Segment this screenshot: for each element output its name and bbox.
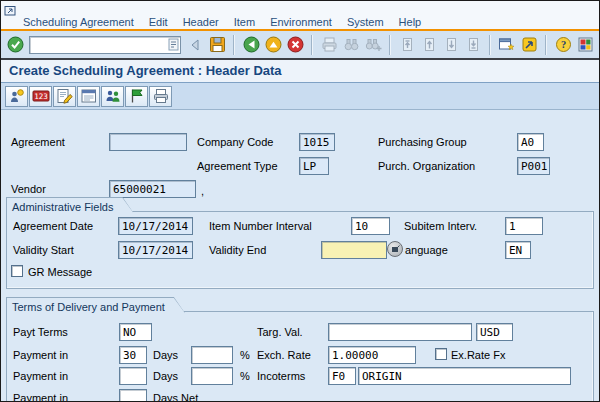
purch-organization-field[interactable]: P001 — [517, 157, 550, 175]
back-button[interactable] — [241, 34, 261, 55]
payt-terms-field[interactable]: NO — [119, 323, 152, 341]
menu-environment[interactable]: Environment — [270, 16, 332, 28]
next-page-button[interactable] — [441, 34, 461, 55]
enter-icon — [7, 36, 24, 53]
application-toolbar: 123 — [1, 83, 599, 110]
item-number-interval-field[interactable]: 10 — [351, 217, 390, 235]
exch-rate-label: Exch. Rate — [257, 349, 311, 361]
menu-help[interactable]: Help — [399, 16, 422, 28]
payment-percent-field-1[interactable] — [191, 346, 233, 364]
vendor-field[interactable]: 65000021 — [109, 180, 196, 198]
gr-message-checkbox[interactable] — [11, 265, 23, 277]
menu-item[interactable]: Item — [234, 16, 255, 28]
purchasing-group-field[interactable]: A0 — [517, 133, 544, 151]
subitem-interval-label: Subitem Interv. — [404, 220, 477, 232]
toolbar-separator — [545, 35, 547, 55]
previous-page-button[interactable] — [419, 34, 439, 55]
percent-sign-1: % — [240, 349, 250, 361]
cancel-icon — [287, 36, 304, 53]
overview-button[interactable] — [5, 86, 28, 107]
validity-start-field[interactable]: 10/17/2014 — [118, 241, 193, 259]
create-shortcut-button[interactable] — [519, 34, 539, 55]
first-page-button[interactable] — [397, 34, 417, 55]
menu-header[interactable]: Header — [183, 16, 219, 28]
menu-scheduling-agreement[interactable]: Scheduling Agreement — [23, 16, 134, 28]
main-area: Agreement Company Code 1015 Purchasing G… — [1, 110, 599, 402]
standard-toolbar: ? — [1, 31, 599, 58]
payment-days-field-2[interactable] — [119, 367, 147, 385]
validity-end-field[interactable] — [321, 241, 387, 259]
payment-in-label-1: Payment in — [13, 349, 68, 361]
language-label: anguage — [405, 244, 448, 256]
incoterms-code-field[interactable]: F0 — [328, 367, 356, 385]
help-icon: ? — [555, 36, 572, 53]
payt-terms-label: Payt Terms — [13, 326, 68, 338]
first-page-icon — [399, 36, 416, 53]
currency-field[interactable]: USD — [476, 323, 513, 341]
print-preview-icon — [152, 88, 170, 104]
print-preview-button[interactable] — [149, 86, 172, 107]
customize-layout-icon — [577, 36, 594, 53]
ex-rate-fx-checkbox[interactable] — [435, 348, 447, 360]
terms-section-tab: Terms of Delivery and Payment — [6, 297, 185, 313]
cancel-button[interactable] — [285, 34, 305, 55]
agreement-field[interactable] — [109, 133, 187, 151]
print-icon — [321, 36, 338, 53]
agreement-date-field[interactable]: 10/17/2014 — [118, 217, 193, 235]
customize-layout-button[interactable] — [575, 34, 595, 55]
new-session-button[interactable] — [497, 34, 517, 55]
agreement-date-label: Agreement Date — [13, 220, 93, 232]
last-page-icon — [465, 36, 482, 53]
targ-val-field[interactable] — [328, 323, 472, 341]
text-overview-icon — [80, 88, 98, 104]
payment-percent-field-2[interactable] — [191, 367, 233, 385]
sap-window: Scheduling Agreement Edit Header Item En… — [0, 0, 600, 402]
targ-val-label: Targ. Val. — [257, 326, 303, 338]
back-icon — [243, 36, 260, 53]
f4-help-icon — [391, 245, 400, 254]
admin-section-title: Administrative Fields — [6, 199, 133, 213]
language-field[interactable]: EN — [505, 241, 531, 259]
agreement-type-field[interactable]: LP — [299, 157, 329, 175]
overview-icon — [8, 88, 26, 104]
f4-help-button[interactable] — [387, 241, 403, 257]
payment-in-label-2: Payment in — [13, 370, 68, 382]
system-menu-icon[interactable] — [4, 2, 16, 13]
find-next-button[interactable] — [363, 34, 383, 55]
payment-days-field-3[interactable] — [119, 389, 147, 402]
find-button[interactable] — [341, 34, 361, 55]
payment-days-field-1[interactable]: 30 — [119, 346, 147, 364]
days-label-1: Days — [153, 349, 178, 361]
percent-sign-2: % — [240, 370, 250, 382]
item-number-interval-label: Item Number Interval — [209, 220, 312, 232]
exit-icon — [265, 36, 282, 53]
collapse-toolbar-button[interactable] — [185, 34, 205, 55]
editor-button[interactable] — [53, 86, 76, 107]
partners-button[interactable] — [101, 86, 124, 107]
save-button[interactable] — [207, 34, 227, 55]
menu-bar: Scheduling Agreement Edit Header Item En… — [1, 14, 599, 29]
conditions-button[interactable]: 123 — [29, 86, 52, 107]
print-button[interactable] — [319, 34, 339, 55]
text-overview-button[interactable] — [77, 86, 100, 107]
flag-icon — [128, 88, 146, 104]
incoterms-description-field[interactable]: ORIGIN — [358, 367, 571, 385]
exch-rate-field[interactable]: 1.00000 — [328, 346, 416, 364]
command-history-icon[interactable] — [168, 38, 179, 51]
company-code-field[interactable]: 1015 — [299, 133, 335, 151]
agreement-label: Agreement — [11, 136, 65, 148]
help-button[interactable]: ? — [553, 34, 573, 55]
collapse-icon — [190, 39, 200, 51]
flag-button[interactable] — [125, 86, 148, 107]
enter-button[interactable] — [5, 34, 25, 55]
menu-edit[interactable]: Edit — [149, 16, 168, 28]
last-page-button[interactable] — [463, 34, 483, 55]
page-title: Create Scheduling Agreement : Header Dat… — [1, 60, 599, 82]
toolbar-separator — [389, 35, 391, 55]
svg-text:123: 123 — [34, 92, 48, 101]
menu-system[interactable]: System — [347, 16, 384, 28]
command-field[interactable] — [32, 38, 168, 52]
subitem-interval-field[interactable]: 1 — [505, 217, 543, 235]
validity-start-label: Validity Start — [13, 244, 74, 256]
exit-button[interactable] — [263, 34, 283, 55]
